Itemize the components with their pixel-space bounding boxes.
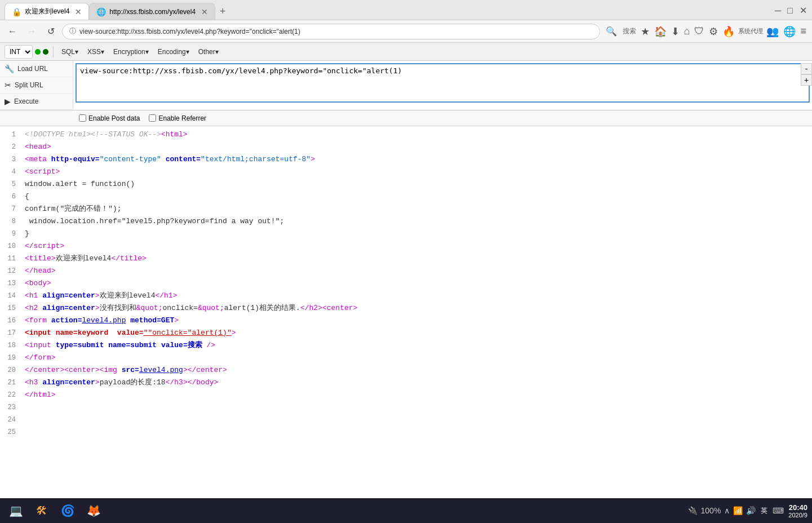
sql-button[interactable]: SQL▾ (58, 47, 82, 57)
line-number: 5 (0, 178, 23, 190)
source-line: 5window.alert = function() (0, 178, 812, 190)
line-content: { (23, 190, 812, 203)
expand-icon[interactable]: ∧ (724, 506, 730, 515)
taskbar-app-firefox[interactable]: 🦊 (82, 500, 105, 521)
source-line: 4<script> (0, 166, 812, 178)
line-number: 6 (0, 190, 23, 203)
execute-button[interactable]: ▶ Execute (0, 94, 73, 110)
vpn-icon[interactable]: 🛡 (693, 24, 705, 38)
url-input-area: - + (73, 61, 812, 110)
line-content: <input type=submit name=submit value=搜索 … (23, 339, 812, 352)
source-line: 19</form> (0, 352, 812, 364)
source-line: 23 (0, 401, 812, 414)
load-url-label: Load URL (17, 65, 48, 73)
home-icon[interactable]: ⌂ (683, 24, 691, 38)
forward-button[interactable]: → (24, 24, 39, 39)
source-line: 18<input type=submit name=submit value=搜… (0, 339, 812, 352)
volume-icon[interactable]: 🔊 (746, 506, 756, 515)
fire-icon[interactable]: 🔥 (721, 24, 736, 39)
line-number: 17 (0, 327, 23, 339)
source-line: 8 window.location.href="level5.php?keywo… (0, 215, 812, 228)
menu-icon[interactable]: ≡ (799, 24, 807, 38)
load-url-button[interactable]: 🔧 Load URL (0, 61, 73, 77)
encryption-button[interactable]: Encryption▾ (110, 47, 152, 57)
window-controls: ─ □ ✕ (775, 6, 807, 14)
split-url-icon: ✂ (5, 81, 11, 90)
users-icon[interactable]: 👥 (765, 24, 780, 39)
tab-close-1[interactable]: ✕ (75, 7, 82, 16)
source-view: 1<!DOCTYPE html><!--STATUS OK--><html>2<… (0, 126, 812, 498)
line-content: </script> (23, 240, 812, 252)
referrer-checkbox-label[interactable]: Enable Referrer (149, 114, 206, 122)
post-data-checkbox[interactable] (79, 114, 86, 122)
checkboxes-row: Enable Post data Enable Referrer (0, 110, 812, 126)
new-tab-button[interactable]: + (215, 3, 230, 20)
minimize-button[interactable]: ─ (775, 6, 783, 14)
tab-close-2[interactable]: ✕ (201, 7, 208, 16)
shield-icon[interactable]: 🏠 (653, 24, 668, 39)
line-number: 3 (0, 153, 23, 166)
toolbar: INT SQL▾ XSS▾ Encryption▾ Encoding▾ Othe… (0, 43, 812, 61)
other-button[interactable]: Other▾ (195, 47, 222, 57)
post-data-checkbox-label[interactable]: Enable Post data (79, 114, 140, 122)
lock-icon: ⓘ (69, 26, 76, 36)
proxy-label[interactable]: 系统代理 (738, 27, 763, 36)
url-bar[interactable]: ⓘ view-source:http://xss.fbisb.com/yx/le… (62, 24, 600, 39)
nav-icons: ★ 🏠 ⬇ ⌂ 🛡 ⚙ 🔥 系统代理 👥 🌐 ≡ (640, 24, 807, 39)
plus-button[interactable]: + (801, 74, 812, 86)
maximize-button[interactable]: □ (787, 6, 795, 14)
taskbar-app-pc[interactable]: 💻 (5, 500, 27, 521)
keyboard-icon[interactable]: ⌨ (773, 506, 784, 515)
referrer-checkbox[interactable] (149, 114, 156, 122)
xss-button[interactable]: XSS▾ (84, 47, 108, 57)
source-line: 11<title>欢迎来到level4</title> (0, 252, 812, 265)
line-content: <meta http-equiv="content-type" content=… (23, 153, 812, 166)
source-line: 24 (0, 414, 812, 426)
search-button[interactable]: 🔍 (604, 24, 619, 39)
line-number: 20 (0, 364, 23, 376)
line-content: <input name=keyword value=""onclick="ale… (23, 327, 812, 339)
globe-icon[interactable]: 🌐 (782, 24, 797, 39)
bookmark-icon[interactable]: ★ (640, 24, 651, 39)
tab-xss[interactable]: 🌐 http://xss.fbisb.com/yx/level4 ✕ (89, 3, 215, 20)
int-select[interactable]: INT (5, 45, 33, 59)
line-number: 9 (0, 228, 23, 240)
download-icon[interactable]: ⬇ (670, 24, 681, 39)
line-content: </head> (23, 265, 812, 277)
line-number: 14 (0, 290, 23, 302)
taskbar-app-ie[interactable]: 🌀 (56, 500, 79, 521)
source-line: 21<h3 align=center>payload的长度:18</h3></b… (0, 376, 812, 389)
taskbar-app-dev[interactable]: 🛠 (30, 500, 53, 521)
line-content: window.location.href="level5.php?keyword… (23, 215, 812, 228)
close-button[interactable]: ✕ (800, 6, 807, 14)
line-number: 8 (0, 215, 23, 228)
clock-date: 2020/9 (788, 512, 807, 518)
battery-pct: 100% (701, 506, 721, 515)
tab-label-1: 欢迎来到level4 (25, 7, 69, 16)
line-content: <script> (23, 166, 812, 178)
lang-badge[interactable]: 英 (759, 506, 769, 516)
sidebar-buttons: 🔧 Load URL ✂ Split URL ▶ Execute (0, 61, 73, 110)
line-number: 23 (0, 401, 23, 414)
source-line: 13<body> (0, 277, 812, 290)
minus-button[interactable]: - (801, 63, 812, 74)
line-content: </html> (23, 389, 812, 401)
source-line: 16<form action=level4.php method=GET> (0, 314, 812, 327)
line-number: 12 (0, 265, 23, 277)
tab-favicon-2: 🌐 (96, 7, 106, 16)
refresh-button[interactable]: ↺ (43, 24, 59, 39)
back-button[interactable]: ← (5, 24, 20, 39)
line-number: 22 (0, 389, 23, 401)
split-url-button[interactable]: ✂ Split URL (0, 77, 73, 94)
line-number: 4 (0, 166, 23, 178)
line-content: window.alert = function() (23, 178, 812, 190)
plus-minus-buttons: - + (801, 63, 812, 86)
navbar: ← → ↺ ⓘ view-source:http://xss.fbisb.com… (0, 20, 812, 43)
clock-time: 20:40 (788, 503, 807, 512)
dot-darkgreen (43, 49, 48, 55)
url-textarea[interactable] (76, 63, 810, 103)
settings-icon[interactable]: ⚙ (708, 24, 719, 39)
source-line: 9} (0, 228, 812, 240)
tab-level4[interactable]: 🔒 欢迎来到level4 ✕ (5, 3, 89, 20)
encoding-button[interactable]: Encoding▾ (154, 47, 193, 57)
